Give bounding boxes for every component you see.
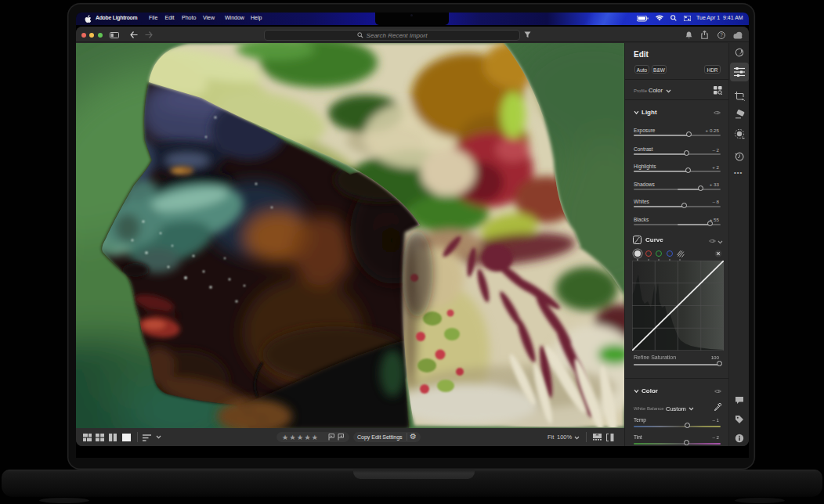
svg-text:?: ? (720, 32, 723, 38)
